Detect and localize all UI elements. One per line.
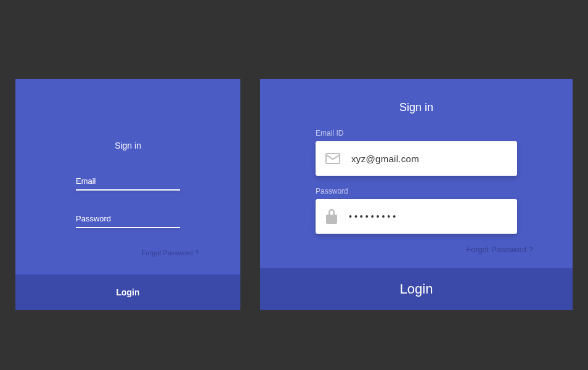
login-button[interactable]: Login xyxy=(15,274,240,310)
password-field[interactable]: ••••••••• xyxy=(316,199,517,234)
email-value: xyz@gmail.com xyxy=(351,154,419,164)
email-label: Email xyxy=(76,176,180,189)
password-label: Password xyxy=(76,214,180,227)
email-field[interactable]: Email xyxy=(76,176,180,191)
password-underline xyxy=(76,227,180,228)
login-card-wide: Sign in Email ID xyz@gmail.com Password … xyxy=(260,79,573,310)
password-value: ••••••••• xyxy=(349,212,398,221)
email-field[interactable]: xyz@gmail.com xyxy=(316,141,517,176)
signin-title: Sign in xyxy=(76,141,180,150)
password-label: Password xyxy=(316,187,517,195)
email-underline xyxy=(76,189,180,191)
signin-title: Sign in xyxy=(316,101,517,114)
login-button[interactable]: Login xyxy=(260,268,573,310)
lock-icon xyxy=(325,209,338,224)
login-card-compact: Sign in Email Password Forgot Password ?… xyxy=(15,79,240,310)
password-field[interactable]: Password xyxy=(76,214,180,228)
forgot-password-link[interactable]: Forgot Password ? xyxy=(316,245,533,254)
forgot-password-link[interactable]: Forgot Password ? xyxy=(76,249,198,257)
mail-icon xyxy=(325,153,340,164)
email-label: Email ID xyxy=(316,129,517,138)
